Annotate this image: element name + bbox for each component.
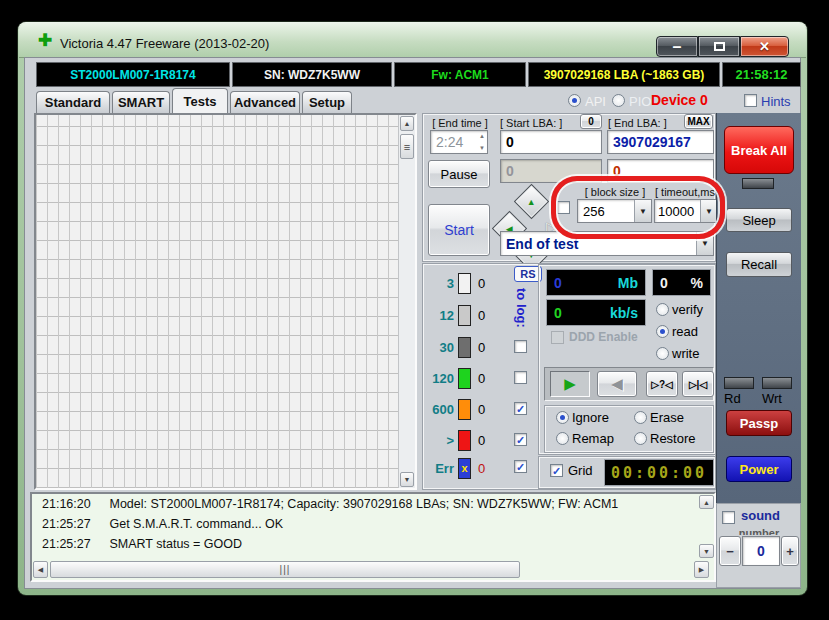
clipped-number-label: number xyxy=(721,527,797,535)
busy-led xyxy=(742,178,774,189)
speed-unit: kb/s xyxy=(610,305,638,321)
tab-setup[interactable]: Setup xyxy=(302,91,352,113)
log-checkbox-600[interactable]: ✓ xyxy=(514,402,527,415)
scale-swatch xyxy=(458,337,471,358)
skip-icon: ▷|◁ xyxy=(689,379,707,390)
scale-row: 120 0 xyxy=(424,366,485,390)
rd-label: Rd xyxy=(724,391,741,406)
remap-radio[interactable] xyxy=(556,432,569,445)
end-lba-max-button[interactable]: MAX xyxy=(684,114,713,129)
scroll-up-icon[interactable]: ▲ xyxy=(400,116,414,131)
end-time-value: 2:24 xyxy=(436,134,463,150)
skip-button[interactable]: ▷|◁ xyxy=(682,371,714,397)
log-checkbox-gt[interactable]: ✓ xyxy=(514,433,527,446)
recall-button[interactable]: Recall xyxy=(726,252,792,277)
play-button[interactable]: ▶ xyxy=(550,371,590,397)
back-button[interactable]: ◀ xyxy=(597,371,637,397)
percent-value: 0 xyxy=(660,275,668,291)
drive-firmware: Fw: ACM1 xyxy=(394,62,526,87)
scale-swatch xyxy=(458,430,471,451)
tab-tests[interactable]: Tests xyxy=(172,88,228,113)
hints-checkbox[interactable] xyxy=(744,94,757,107)
start-lba-zero-button[interactable]: 0 xyxy=(580,114,602,129)
power-button[interactable]: Power xyxy=(726,456,792,482)
log-hscroll-thumb[interactable]: ||| xyxy=(50,561,520,578)
log-checkbox-120[interactable] xyxy=(514,371,527,384)
pio-label: PIO xyxy=(629,94,651,109)
tab-advanced[interactable]: Advanced xyxy=(230,91,300,113)
percent-display: 0 % xyxy=(652,269,711,296)
log-checkbox-30[interactable] xyxy=(514,340,527,353)
scan-jump-button[interactable]: ▷?◁ xyxy=(646,371,678,397)
scale-label: Err xyxy=(424,461,454,476)
sound-label: sound xyxy=(741,508,780,523)
hints-label: Hints xyxy=(761,94,801,109)
pio-radio[interactable] xyxy=(612,94,625,107)
write-radio[interactable] xyxy=(656,347,669,360)
log-text: SMART status = GOOD xyxy=(109,537,242,551)
pause-button[interactable]: Pause xyxy=(428,160,490,188)
erase-radio[interactable] xyxy=(634,411,647,424)
mb-display: 0 Mb xyxy=(546,269,646,296)
passp-button[interactable]: Passp xyxy=(726,410,792,436)
end-lba-input[interactable]: 3907029167 xyxy=(607,130,714,154)
log-scroll-right-icon[interactable]: ▶ xyxy=(694,561,709,578)
sound-checkbox[interactable] xyxy=(722,511,735,524)
ddd-enable-checkbox[interactable] xyxy=(551,331,564,344)
restore-radio[interactable] xyxy=(634,432,647,445)
grid-scrollbar[interactable]: ▲ ≡ ▼ xyxy=(398,115,415,488)
log-scroll-left-icon[interactable]: ◀ xyxy=(33,561,48,578)
scale-count: 0 xyxy=(478,461,485,476)
start-lba-input[interactable]: 0 xyxy=(500,130,602,154)
scrollbar-thumb[interactable]: ≡ xyxy=(400,134,414,159)
api-radio[interactable] xyxy=(568,94,581,107)
spin-down-icon[interactable]: ▼ xyxy=(479,145,485,151)
log-time: 21:25:27 xyxy=(42,537,98,551)
arrow-up-icon: ▲ xyxy=(527,196,536,206)
ignore-radio[interactable] xyxy=(556,411,569,424)
tab-smart[interactable]: SMART xyxy=(112,91,170,113)
number-minus-button[interactable]: − xyxy=(719,536,741,566)
scale-label: 600 xyxy=(424,402,454,417)
grid-checkbox[interactable]: ✓ xyxy=(550,464,563,477)
log-scroll-up-icon[interactable]: ▲ xyxy=(699,495,714,509)
log-checkbox-err[interactable]: ✓ xyxy=(514,460,527,473)
scale-row: 30 0 xyxy=(424,335,485,359)
scale-row: > 0 xyxy=(424,428,485,452)
verify-radio[interactable] xyxy=(656,303,669,316)
spin-up-icon[interactable]: ▲ xyxy=(479,133,485,139)
api-label: API xyxy=(585,94,606,109)
start-button[interactable]: Start xyxy=(428,204,490,256)
restore-label: Restore xyxy=(650,431,696,446)
scale-label: > xyxy=(424,433,454,448)
number-plus-button[interactable]: + xyxy=(781,536,799,566)
write-led xyxy=(762,377,792,389)
scale-label: 30 xyxy=(424,340,454,355)
scroll-down-icon[interactable]: ▼ xyxy=(400,472,414,487)
scale-row: 600 0 xyxy=(424,397,485,421)
end-time-spinner[interactable]: 2:24 ▲ ▼ xyxy=(430,130,488,154)
drive-serial: SN: WDZ7K5WW xyxy=(232,62,392,87)
log-time: 21:25:27 xyxy=(42,517,98,531)
tab-standard[interactable]: Standard xyxy=(36,91,110,113)
scale-swatch xyxy=(458,368,471,389)
mb-unit: Mb xyxy=(618,275,638,291)
scale-count: 0 xyxy=(478,276,485,291)
ignore-label: Ignore xyxy=(572,410,609,425)
scan-jump-icon: ▷?◁ xyxy=(651,379,673,390)
scale-label: 120 xyxy=(424,371,454,386)
scale-count: 0 xyxy=(478,402,485,417)
maximize-button[interactable] xyxy=(698,36,740,57)
read-radio[interactable] xyxy=(656,325,669,338)
number-field[interactable]: 0 xyxy=(742,536,780,566)
device-label: Device 0 xyxy=(651,92,708,108)
speed-display: 0 kb/s xyxy=(546,299,646,326)
scale-count: 0 xyxy=(478,371,485,386)
break-all-button[interactable]: Break All xyxy=(724,126,794,174)
close-button[interactable]: ✕ xyxy=(740,36,789,57)
minimize-button[interactable]: – xyxy=(656,36,698,57)
log-entry: 21:25:27 Get S.M.A.R.T. command... OK xyxy=(42,517,283,531)
sleep-button[interactable]: Sleep xyxy=(726,208,792,232)
scale-row: 12 0 xyxy=(424,303,485,327)
log-scroll-down-icon[interactable]: ▼ xyxy=(699,544,714,558)
